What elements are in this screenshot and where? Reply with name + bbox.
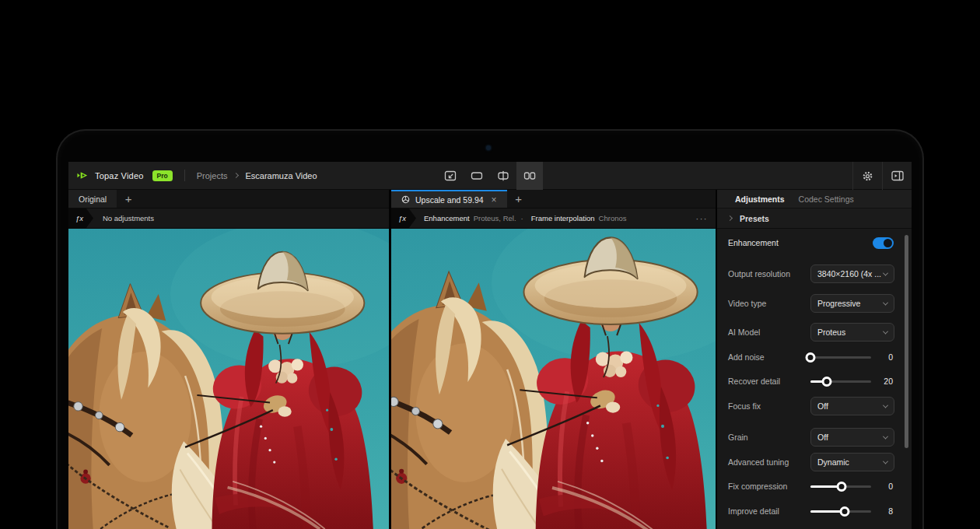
add-noise-row: Add noise 0 <box>717 348 912 366</box>
enhancement-effect-label[interactable]: Enhancement <box>424 214 470 222</box>
video-type-dropdown[interactable]: Progressive <box>810 294 894 313</box>
original-panel: Original + ƒx No adjustments <box>68 190 389 529</box>
dropdown-value: Off <box>817 401 884 411</box>
advanced-tuning-dropdown[interactable]: Dynamic <box>810 453 894 471</box>
enhancement-label: Enhancement <box>728 233 779 252</box>
single-view-button[interactable] <box>464 162 490 190</box>
side-by-side-view-icon <box>523 170 536 182</box>
toggle-knob <box>884 239 892 247</box>
chevron-right-icon <box>233 173 239 178</box>
focus-fix-label: Focus fix <box>728 397 761 415</box>
chevron-down-icon <box>883 433 888 439</box>
fit-view-icon <box>444 170 457 182</box>
ai-model-dropdown[interactable]: Proteus <box>810 323 894 342</box>
webcam-icon <box>486 145 491 150</box>
upscaled-video-frame <box>391 229 716 529</box>
upscaled-panel: Upscale and 59.94 × + ƒx Enhancement Pro… <box>391 190 716 529</box>
app-brand: Topaz Video Pro <box>68 170 173 181</box>
fix-compression-value: 0 <box>888 477 893 496</box>
original-video-preview[interactable] <box>68 229 389 529</box>
video-type-label: Video type <box>728 294 766 313</box>
close-icon[interactable]: × <box>492 194 497 205</box>
chevron-down-icon <box>883 300 888 305</box>
add-tab-button[interactable]: + <box>507 190 530 208</box>
settings-button[interactable] <box>852 162 882 190</box>
fix-compression-row: Fix compression 0 <box>717 477 912 496</box>
dropdown-value: Dynamic <box>817 457 884 467</box>
original-tab-bar: Original + <box>68 190 389 208</box>
tab-original-label: Original <box>79 194 107 204</box>
advanced-tuning-label: Advanced tuning <box>728 453 789 471</box>
presets-label: Presets <box>740 214 769 223</box>
improve-detail-slider[interactable] <box>810 506 871 517</box>
app-title: Topaz Video <box>95 171 144 180</box>
tab-codec-settings[interactable]: Codec Settings <box>799 194 854 204</box>
chevron-down-icon <box>883 402 888 408</box>
split-view-button[interactable] <box>490 162 516 190</box>
tab-upscale[interactable]: Upscale and 59.94 × <box>391 190 507 208</box>
breadcrumb-projects[interactable]: Projects <box>197 171 228 180</box>
dropdown-value: Progressive <box>817 299 884 308</box>
output-resolution-label: Output resolution <box>728 264 790 283</box>
presets-section[interactable]: Presets <box>717 208 912 229</box>
view-mode-group <box>437 162 543 190</box>
dropdown-value: Off <box>817 433 884 442</box>
grain-label: Grain <box>728 428 748 447</box>
video-type-row: Video type Progressive <box>717 294 912 313</box>
tab-original[interactable]: Original <box>68 190 117 208</box>
add-tab-button[interactable]: + <box>117 190 140 208</box>
sidebar-scrollbar[interactable] <box>905 235 908 448</box>
tab-adjustments[interactable]: Adjustments <box>735 194 785 204</box>
chevron-down-icon <box>883 458 888 464</box>
add-noise-slider[interactable] <box>810 352 871 363</box>
focus-fix-dropdown[interactable]: Off <box>810 397 894 415</box>
top-toolbar: Topaz Video Pro Projects Escaramuza Vide… <box>68 162 912 190</box>
grain-dropdown[interactable]: Off <box>810 428 894 447</box>
breadcrumb-current: Escaramuza Video <box>245 171 317 180</box>
side-by-side-view-button[interactable] <box>516 162 543 190</box>
slider-thumb[interactable] <box>822 377 832 387</box>
adjustments-scroll-area: Enhancement Output resolution 3840×2160 … <box>717 229 912 529</box>
improve-detail-value: 8 <box>888 502 893 520</box>
effects-separator: · <box>521 214 523 222</box>
advanced-tuning-row: Advanced tuning Dynamic <box>717 453 912 471</box>
fx-badge-icon: ƒx <box>391 208 416 229</box>
fix-compression-slider[interactable] <box>810 482 871 492</box>
original-video-frame <box>68 229 389 529</box>
breadcrumb: Projects Escaramuza Video <box>197 171 317 180</box>
upscaled-video-preview[interactable] <box>391 229 716 529</box>
effects-overflow-button[interactable]: ··· <box>696 214 709 223</box>
tab-upscale-label: Upscale and 59.94 <box>415 195 484 205</box>
export-panel-button[interactable] <box>882 162 912 190</box>
output-resolution-dropdown[interactable]: 3840×2160 (4x ... <box>810 264 894 283</box>
focus-fix-row: Focus fix Off <box>717 397 912 415</box>
enhancement-effect-detail: Proteus, Rel. <box>474 214 516 222</box>
gear-icon <box>862 170 873 182</box>
frame-interpolation-effect-label[interactable]: Frame interpolation <box>531 214 595 222</box>
add-noise-value: 0 <box>888 348 893 366</box>
main-content: Original + ƒx No adjustments <box>68 190 912 529</box>
fx-badge-icon: ƒx <box>68 208 93 229</box>
desktop-background: Topaz Video Pro Projects Escaramuza Vide… <box>0 0 980 529</box>
recover-detail-row: Recover detail 20 <box>717 372 912 391</box>
toolbar-divider <box>184 170 185 181</box>
enhancement-toggle[interactable] <box>873 237 894 249</box>
adjustments-sidebar: Adjustments Codec Settings Presets Enhan… <box>717 190 912 529</box>
sidebar-tab-bar: Adjustments Codec Settings <box>717 190 912 208</box>
fit-view-button[interactable] <box>437 162 464 190</box>
panel-toggle-icon <box>891 170 904 181</box>
original-effects-bar: ƒx No adjustments <box>68 208 389 229</box>
slider-thumb[interactable] <box>806 352 816 363</box>
recover-detail-slider[interactable] <box>810 377 871 387</box>
grain-row: Grain Off <box>717 428 912 447</box>
pro-badge: Pro <box>152 170 173 181</box>
chevron-down-icon <box>883 270 888 275</box>
app-window: Topaz Video Pro Projects Escaramuza Vide… <box>68 162 912 529</box>
enhancement-row: Enhancement <box>717 233 912 252</box>
recover-detail-value: 20 <box>884 372 893 391</box>
slider-thumb[interactable] <box>836 482 846 492</box>
no-adjustments-label: No adjustments <box>103 214 154 222</box>
topaz-logo-icon <box>76 170 89 180</box>
chevron-right-icon <box>727 215 733 221</box>
slider-thumb[interactable] <box>839 506 849 517</box>
